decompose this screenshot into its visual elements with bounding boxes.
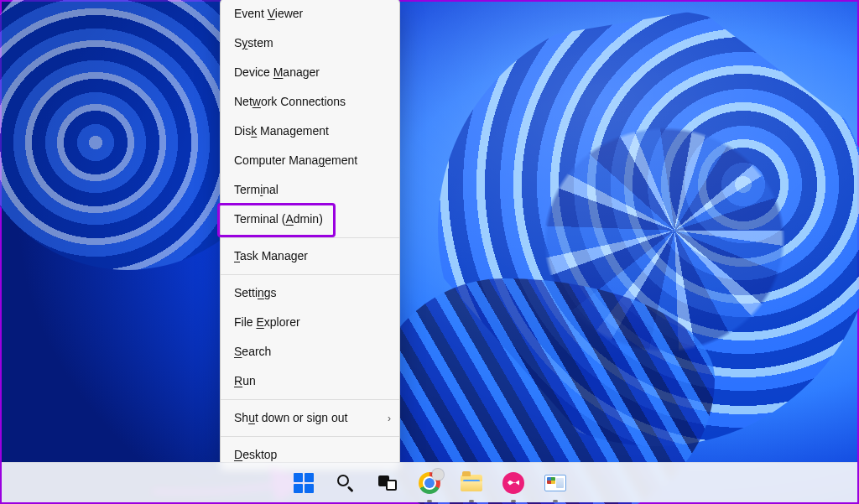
menu-item-label-post: esktop <box>242 448 277 461</box>
menu-item-access-key: w <box>252 95 261 108</box>
menu-item-network-connections[interactable]: Network Connections <box>221 87 399 117</box>
task-view-icon <box>378 475 397 491</box>
menu-separator <box>221 237 399 238</box>
menu-item-label-post: dmin) <box>294 212 323 226</box>
menu-item-label-post: gs <box>264 286 277 299</box>
menu-item-shutdown[interactable]: Shut down or sign out› <box>221 403 399 433</box>
menu-item-label-pre: Terminal ( <box>234 212 285 226</box>
menu-item-label-pre: Event <box>234 7 268 20</box>
menu-item-access-key: S <box>234 345 242 358</box>
menu-item-label-post: xplorer <box>264 315 300 329</box>
menu-item-label-post: ement <box>325 153 357 167</box>
menu-item-run[interactable]: Run <box>221 366 399 396</box>
menu-item-label-post: Management <box>257 124 329 138</box>
menu-item-label-pre: Dis <box>234 124 251 138</box>
taskbar <box>2 462 857 502</box>
menu-item-access-key: A <box>285 212 293 226</box>
menu-item-disk-management[interactable]: Disk Management <box>221 117 399 146</box>
search-icon <box>336 474 355 492</box>
menu-item-access-key: R <box>234 374 242 387</box>
menu-item-device-manager[interactable]: Device Manager <box>221 58 399 87</box>
menu-item-event-viewer[interactable]: Event Viewer <box>221 0 399 29</box>
menu-item-label-pre: Term <box>234 183 260 196</box>
menu-item-label-pre: Computer Mana <box>234 153 318 167</box>
menu-item-label-post: t down or sign out <box>255 411 348 424</box>
menu-item-label-post: stem <box>247 36 273 49</box>
taskbar-control-panel-button[interactable] <box>539 466 572 500</box>
menu-item-label-pre: Device <box>234 65 273 79</box>
menu-item-label-post: anager <box>283 65 320 79</box>
taskbar-app-pink-button[interactable] <box>497 466 530 500</box>
menu-item-system[interactable]: System <box>221 29 399 58</box>
power-user-menu: Event ViewerSystemDevice ManagerNetwork … <box>220 0 400 470</box>
taskbar-start-button[interactable] <box>287 466 320 500</box>
taskbar-file-explorer-button[interactable] <box>455 466 488 500</box>
menu-item-label-pre: Net <box>234 95 252 108</box>
chrome-icon <box>419 472 440 494</box>
menu-item-access-key: E <box>256 315 263 329</box>
menu-separator <box>221 274 399 275</box>
menu-item-settings[interactable]: Settings <box>221 278 399 308</box>
menu-item-access-key: T <box>234 249 240 262</box>
windows-logo-icon <box>294 473 314 493</box>
menu-item-search[interactable]: Search <box>221 337 399 366</box>
menu-item-label-pre: Setti <box>234 286 258 299</box>
app-icon <box>502 472 524 494</box>
menu-item-access-key: D <box>234 448 242 461</box>
menu-item-label-post: nal <box>263 183 279 196</box>
menu-item-terminal-admin[interactable]: Terminal (Admin) <box>221 205 399 234</box>
menu-item-access-key: M <box>273 65 284 79</box>
file-explorer-icon <box>461 475 482 491</box>
taskbar-task-view-button[interactable] <box>371 466 404 500</box>
menu-separator <box>221 436 399 437</box>
menu-separator <box>221 399 399 400</box>
taskbar-chrome-button[interactable] <box>413 466 446 500</box>
menu-item-label-pre: File <box>234 315 256 329</box>
menu-item-access-key: u <box>248 411 255 424</box>
menu-item-terminal[interactable]: Terminal <box>221 175 399 205</box>
menu-item-label-post: ork Connections <box>261 95 346 108</box>
menu-item-label-post: earch <box>242 345 271 358</box>
menu-item-file-explorer[interactable]: File Explorer <box>221 308 399 337</box>
menu-item-label-pre: Sh <box>234 411 248 424</box>
menu-item-label-pre: S <box>234 36 242 49</box>
menu-item-access-key: n <box>258 286 264 299</box>
control-panel-icon <box>544 475 566 491</box>
menu-item-label-post: iewer <box>275 7 303 20</box>
menu-item-computer-management[interactable]: Computer Management <box>221 146 399 175</box>
menu-item-label-post: ask Manager <box>240 249 308 262</box>
menu-item-access-key: V <box>268 7 275 20</box>
menu-item-task-manager[interactable]: Task Manager <box>221 242 399 271</box>
menu-item-label-post: un <box>242 374 256 387</box>
desktop: Event ViewerSystemDevice ManagerNetwork … <box>0 0 859 504</box>
taskbar-search-button[interactable] <box>329 466 362 500</box>
wallpaper <box>2 2 857 502</box>
chevron-right-icon: › <box>388 411 391 425</box>
